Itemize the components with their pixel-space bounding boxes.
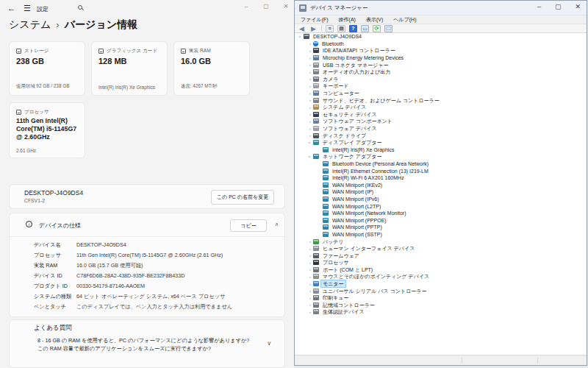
tree-item[interactable]: ›ポート (COM と LPT) bbox=[295, 266, 587, 274]
tree-item[interactable]: WAN Miniport (IKEv2) bbox=[295, 181, 587, 188]
expand-icon[interactable]: › bbox=[307, 302, 313, 307]
expand-icon[interactable]: › bbox=[307, 112, 313, 116]
scan-hardware-icon[interactable]: ⟳ bbox=[373, 25, 381, 32]
tree-item[interactable]: ›ネットワーク アダプター bbox=[295, 153, 587, 160]
tree-item[interactable]: Intel(R) Ethernet Connection (13) I219-L… bbox=[295, 167, 587, 174]
properties-icon[interactable]: ▤ bbox=[337, 25, 345, 32]
help-icon[interactable]: ? bbox=[349, 25, 357, 32]
tree-item-label: ファームウェア bbox=[321, 252, 361, 259]
menu-item[interactable]: ヘルプ(H) bbox=[393, 16, 416, 24]
tree-item[interactable]: ›バッテリ bbox=[295, 238, 587, 245]
back-icon[interactable]: ← bbox=[7, 4, 15, 13]
tree-item[interactable]: ›ユニバーサル シリアル バス コントローラー bbox=[295, 287, 587, 294]
search-icon[interactable] bbox=[78, 5, 84, 11]
tree-item[interactable]: ›USB コネクタ マネージャー bbox=[295, 61, 587, 68]
expand-icon[interactable]: › bbox=[307, 105, 313, 110]
device-manager-titlebar[interactable]: デバイス マネージャー – ▢ ✕ bbox=[295, 1, 587, 15]
expand-icon[interactable]: › bbox=[307, 239, 313, 244]
faq-question[interactable]: 8 - 16 GB の RAM を使用すると、PC のパフォーマンスにどのような… bbox=[37, 336, 251, 353]
tree-item[interactable]: WAN Miniport (IP) bbox=[295, 188, 587, 196]
maximize-button[interactable]: ▢ bbox=[262, 3, 270, 10]
close-button[interactable]: ✕ bbox=[575, 3, 581, 10]
expand-icon[interactable]: › bbox=[307, 56, 313, 60]
tree-item[interactable]: WAN Miniport (SSTP) bbox=[295, 231, 587, 238]
tree-item[interactable]: ›ソフトウェア デバイス bbox=[295, 125, 587, 132]
expand-icon[interactable]: › bbox=[307, 49, 313, 53]
tree-item[interactable]: ›オーディオの入力および出力 bbox=[295, 68, 587, 76]
expand-icon[interactable]: › bbox=[307, 119, 313, 124]
tree-item[interactable]: ›Microchip Energy Metering Devices bbox=[295, 54, 587, 62]
menu-item[interactable]: 操作(A) bbox=[339, 16, 356, 24]
tree-item[interactable]: ›ディスプレイ アダプター bbox=[295, 139, 587, 146]
tree-item[interactable]: WAN Miniport (Network Monitor) bbox=[295, 210, 587, 217]
tree-item[interactable]: ›システム デバイス bbox=[295, 104, 587, 111]
tree-item[interactable]: ›セキュリティ デバイス bbox=[295, 111, 587, 118]
tree-item[interactable]: ›モニター bbox=[295, 280, 587, 288]
tree-item[interactable]: ›IDE ATA/ATAPI コントローラー bbox=[295, 47, 587, 54]
maximize-button[interactable]: ▢ bbox=[555, 3, 562, 10]
tree-item[interactable]: ›キーボード bbox=[295, 82, 587, 90]
minimize-button[interactable]: – bbox=[243, 3, 250, 10]
tree-item[interactable]: ›DESKTOP-J4O9DS4 bbox=[295, 33, 587, 40]
copy-button[interactable]: コピー bbox=[230, 219, 267, 232]
rename-pc-button[interactable]: この PC の名前を変更 bbox=[211, 190, 274, 205]
tree-item[interactable]: ›コンピューター bbox=[295, 90, 587, 97]
expand-icon[interactable]: › bbox=[307, 296, 313, 300]
tree-item[interactable]: ›マウスとそのほかのポインティング デバイス bbox=[295, 273, 587, 280]
tree-item[interactable]: Intel(R) Iris(R) Xe Graphics bbox=[295, 146, 587, 154]
console-tree-icon[interactable]: ≡ bbox=[326, 25, 334, 32]
expand-icon[interactable]: › bbox=[307, 98, 313, 102]
tree-item[interactable]: ›プロセッサ bbox=[295, 259, 587, 266]
collapse-icon[interactable]: › bbox=[298, 34, 303, 40]
tree-item[interactable]: ›Bluetooth bbox=[295, 40, 587, 48]
chevron-up-icon[interactable]: ∧ bbox=[275, 222, 279, 227]
tree-item[interactable]: WAN Miniport (L2TP) bbox=[295, 202, 587, 210]
tree-item[interactable]: WAN Miniport (IPv6) bbox=[295, 196, 587, 203]
tree-item[interactable]: ›生体認証デバイス bbox=[295, 308, 587, 316]
tree-item[interactable]: Intel(R) Wi-Fi 6 AX201 160MHz bbox=[295, 174, 587, 182]
expand-icon[interactable]: › bbox=[307, 310, 313, 314]
tree-item[interactable]: WAN Miniport (PPPOE) bbox=[295, 216, 587, 224]
tree-item[interactable]: ›ディスク ドライブ bbox=[295, 132, 587, 139]
nav-menu-icon[interactable]: ☰ bbox=[24, 4, 31, 13]
minimize-button[interactable]: – bbox=[537, 3, 541, 10]
expand-icon[interactable]: › bbox=[307, 133, 313, 138]
expand-icon[interactable]: › bbox=[307, 275, 313, 279]
forward-icon[interactable]: ▶ bbox=[309, 25, 318, 32]
tree-item[interactable]: ›カメラ bbox=[295, 76, 587, 83]
tree-item[interactable]: ›サウンド、ビデオ、およびゲーム コントローラー bbox=[295, 96, 587, 104]
tree-item[interactable]: WAN Miniport (PPTP) bbox=[295, 224, 587, 231]
expand-icon[interactable]: › bbox=[307, 247, 313, 251]
tree-item[interactable]: ›記憶域コントローラー bbox=[295, 302, 587, 309]
expand-icon[interactable]: › bbox=[307, 84, 313, 88]
back-icon[interactable]: ◀ bbox=[298, 25, 306, 32]
computer-icon[interactable]: ▭ bbox=[361, 25, 369, 32]
tree-item[interactable]: Bluetooth Device (Personal Area Network) bbox=[295, 160, 587, 168]
breadcrumb-system[interactable]: システム bbox=[9, 18, 51, 32]
expand-icon[interactable]: › bbox=[307, 289, 313, 293]
device-name-card: DESKTOP-J4O9DS4 CFSV1-2 この PC の名前を変更 bbox=[9, 184, 285, 209]
expand-icon[interactable]: › bbox=[307, 261, 313, 265]
monitor-icon[interactable]: 🖵 bbox=[384, 25, 392, 32]
collapse-icon[interactable]: › bbox=[308, 154, 312, 160]
tree-item[interactable]: ›ファームウェア bbox=[295, 252, 587, 259]
expand-icon[interactable]: › bbox=[307, 77, 313, 81]
expand-icon[interactable]: › bbox=[307, 70, 313, 74]
expand-icon[interactable]: › bbox=[307, 282, 313, 286]
tree-item-label: WAN Miniport (PPTP) bbox=[331, 224, 384, 230]
expand-icon[interactable]: › bbox=[307, 267, 313, 272]
chevron-down-icon[interactable]: ∨ bbox=[267, 340, 271, 347]
tree-item[interactable]: ›ソフトウェア コンポーネント bbox=[295, 118, 587, 125]
menu-item[interactable]: 表示(V) bbox=[366, 16, 383, 24]
menu-item[interactable]: ファイル(F) bbox=[301, 16, 329, 24]
tree-item[interactable]: ›ヒューマン インターフェイス デバイス bbox=[295, 245, 587, 252]
expand-icon[interactable]: › bbox=[307, 63, 313, 67]
tree-item[interactable]: ›印刷キュー bbox=[295, 294, 587, 302]
expand-icon[interactable]: › bbox=[307, 127, 313, 131]
close-button[interactable]: ✕ bbox=[282, 3, 290, 10]
expand-icon[interactable]: › bbox=[307, 253, 313, 258]
processor-value: 11th Gen Intel(R) Core(TM) i5-1145G7 @ 2… bbox=[16, 117, 85, 141]
collapse-icon[interactable]: › bbox=[308, 140, 312, 146]
expand-icon[interactable]: › bbox=[307, 41, 313, 46]
expand-icon[interactable]: › bbox=[307, 91, 313, 96]
